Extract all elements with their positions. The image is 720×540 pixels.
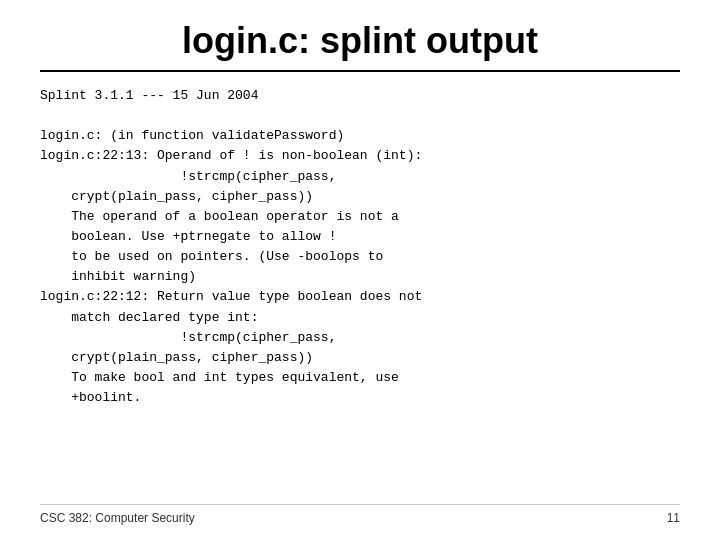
slide-footer: CSC 382: Computer Security 11	[40, 504, 680, 525]
slide-title: login.c: splint output	[40, 20, 680, 62]
slide-container: login.c: splint output Splint 3.1.1 --- …	[0, 0, 720, 540]
footer-course: CSC 382: Computer Security	[40, 511, 195, 525]
footer-page: 11	[667, 511, 680, 525]
code-block: Splint 3.1.1 --- 15 Jun 2004 login.c: (i…	[40, 86, 680, 494]
title-divider	[40, 70, 680, 72]
